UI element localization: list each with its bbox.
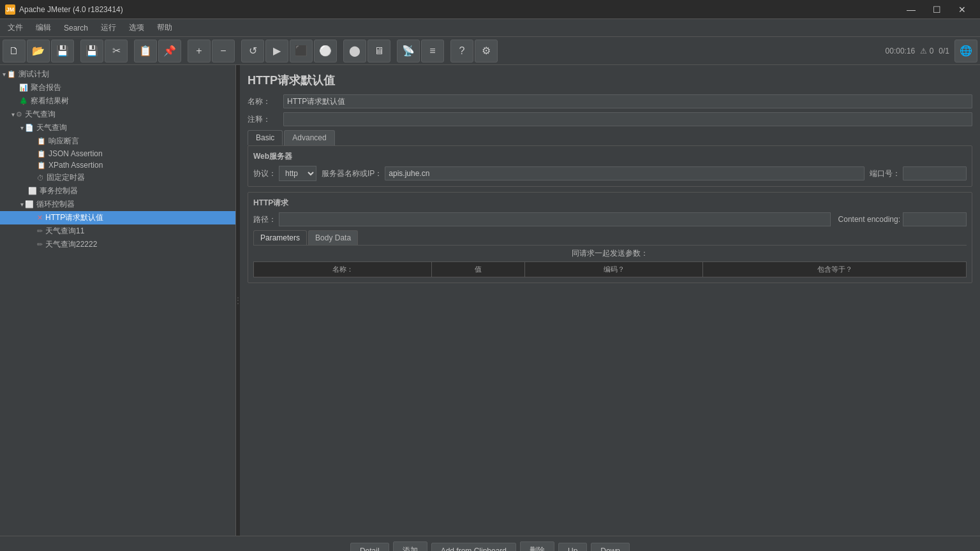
name-input[interactable]	[283, 94, 972, 108]
protocol-label: 协议：	[253, 168, 276, 179]
main-layout: ▾📋测试计划📊聚合报告🌲察看结果树▾⚙天气查询▾📄天气查询📋响应断言📋JSON …	[0, 65, 980, 536]
menu-bar: 文件编辑Search运行选项帮助	[0, 19, 980, 37]
tree-item-label: HTTP请求默认值	[45, 212, 103, 223]
title-bar: JM Apache JMeter (4.0 r1823414) — ☐ ✕	[0, 0, 980, 19]
param-tab-parameters[interactable]: Parameters	[253, 230, 307, 245]
server-label: 服务器名称或IP：	[322, 168, 382, 179]
toggle-icon[interactable]: ▾	[20, 124, 24, 131]
param-table: 名称：值编码？包含等于？	[253, 261, 967, 277]
tree-node-icon: ⬜	[25, 200, 34, 209]
tree-item-result-tree[interactable]: 🌲察看结果树	[0, 94, 235, 108]
table-col-header: 编码？	[524, 262, 702, 277]
encoding-label: Content encoding:	[838, 215, 900, 224]
name-label: 名称：	[248, 96, 279, 107]
server-input[interactable]	[385, 166, 865, 180]
path-input[interactable]	[279, 212, 831, 226]
comment-row: 注释：	[248, 112, 972, 126]
menu-item-帮助[interactable]: 帮助	[152, 20, 177, 36]
tree-node-icon: ⬜	[28, 187, 37, 195]
settings-btn[interactable]: ⚙	[475, 40, 498, 62]
toolbar-warnings: ⚠ 0	[920, 47, 933, 55]
add-clipboard-btn[interactable]: Add from Clipboard	[431, 543, 516, 552]
menu-item-文件[interactable]: 文件	[3, 20, 28, 36]
tree-node-icon: 🌲	[19, 97, 28, 105]
tab-advanced[interactable]: Advanced	[284, 130, 334, 145]
up-btn[interactable]: Up	[558, 543, 587, 552]
save-btn[interactable]: 💾	[51, 40, 74, 62]
path-label: 路径：	[253, 214, 276, 225]
list-btn[interactable]: ≡	[421, 40, 444, 62]
add-btn[interactable]: +	[188, 40, 211, 62]
param-tab-body-data[interactable]: Body Data	[308, 230, 358, 245]
menu-item-编辑[interactable]: 编辑	[31, 20, 56, 36]
globe-btn[interactable]: 🌐	[954, 40, 977, 62]
comment-input[interactable]	[283, 112, 972, 126]
cut-btn[interactable]: ✂	[105, 40, 128, 62]
toggle-icon[interactable]: ▾	[11, 111, 15, 118]
clear-btn[interactable]: ↺	[241, 40, 264, 62]
tab-basic[interactable]: Basic	[248, 130, 283, 145]
detail-btn[interactable]: Detail	[350, 543, 389, 552]
tree-item-weather-query2[interactable]: ▾📄天气查询	[0, 121, 235, 135]
tree-item-label: 响应断言	[48, 136, 79, 147]
param-tabs: ParametersBody Data	[253, 230, 967, 246]
tree-item-http-default[interactable]: ✕HTTP请求默认值	[0, 211, 235, 224]
menu-item-选项[interactable]: 选项	[124, 20, 149, 36]
tree-item-transaction-controller[interactable]: ⬜事务控制器	[0, 184, 235, 198]
tree-item-weather-query[interactable]: ▾⚙天气查询	[0, 108, 235, 121]
tree-item-xpath-assertion[interactable]: 📋XPath Assertion	[0, 159, 235, 171]
app-icon: JM	[5, 4, 15, 15]
run-btn[interactable]: ▶	[265, 40, 288, 62]
encoding-input[interactable]	[903, 212, 967, 226]
tree-item-response-assertion[interactable]: 📋响应断言	[0, 135, 235, 148]
down-btn[interactable]: Down	[591, 543, 630, 552]
minimize-btn[interactable]: —	[898, 0, 924, 19]
help-btn[interactable]: ?	[450, 40, 473, 62]
save-as-btn[interactable]: 💾	[80, 40, 103, 62]
toolbar-right: 00:00:16⚠ 00/1🌐	[886, 40, 977, 62]
close-btn[interactable]: ✕	[949, 0, 975, 19]
tree-node-icon: ✕	[37, 214, 43, 222]
tree-item-label: 聚合报告	[31, 82, 61, 93]
table-col-header: 名称：	[254, 262, 432, 277]
delete-btn[interactable]: 删除	[520, 541, 554, 551]
tree-node-icon: ✏	[37, 227, 43, 235]
copy-btn[interactable]: 📋	[134, 40, 157, 62]
tree-item-json-assertion[interactable]: 📋JSON Assertion	[0, 148, 235, 159]
stop3-btn[interactable]: ⬤	[343, 40, 366, 62]
window-controls: — ☐ ✕	[898, 0, 975, 19]
http-request-title: HTTP请求	[253, 198, 967, 209]
tree-node-icon: 📋	[37, 137, 46, 145]
tree-node-icon: 📄	[25, 124, 34, 132]
tree-item-weather-query22222[interactable]: ✏天气查询22222	[0, 238, 235, 251]
app-title: Apache JMeter (4.0 r1823414)	[19, 5, 123, 14]
maximize-btn[interactable]: ☐	[924, 0, 949, 19]
remove-btn[interactable]: −	[212, 40, 235, 62]
remote2-btn[interactable]: 📡	[397, 40, 420, 62]
web-server-row: 协议： httphttps 服务器名称或IP： 端口号：	[253, 166, 967, 181]
tree-item-fixed-timer[interactable]: ⏱固定定时器	[0, 171, 235, 184]
new-btn[interactable]: 🗋	[3, 40, 26, 62]
tree-item-test-plan[interactable]: ▾📋测试计划	[0, 68, 235, 81]
tree-item-label: 察看结果树	[31, 96, 69, 107]
open-btn[interactable]: 📂	[27, 40, 50, 62]
menu-item-Search[interactable]: Search	[59, 21, 93, 35]
remote-btn[interactable]: 🖥	[368, 40, 390, 62]
protocol-select[interactable]: httphttps	[279, 166, 316, 181]
toggle-icon[interactable]: ▾	[20, 201, 24, 208]
tree-item-aggregate-report[interactable]: 📊聚合报告	[0, 81, 235, 94]
stop2-btn[interactable]: ⚪	[314, 40, 337, 62]
tree-item-weather-query11[interactable]: ✏天气查询11	[0, 224, 235, 238]
port-input[interactable]	[903, 166, 967, 180]
port-label: 端口号：	[870, 168, 900, 179]
stop-btn[interactable]: ⬛	[290, 40, 313, 62]
tree-item-loop-controller[interactable]: ▾⬜循环控制器	[0, 198, 235, 211]
web-server-section: Web服务器 协议： httphttps 服务器名称或IP： 端口号：	[248, 145, 972, 187]
server-field: 服务器名称或IP：	[322, 166, 865, 180]
tree-item-label: 天气查询	[25, 109, 56, 120]
menu-item-运行[interactable]: 运行	[96, 20, 121, 36]
add-param-btn[interactable]: 添加	[393, 541, 427, 551]
toggle-icon[interactable]: ▾	[3, 71, 6, 78]
toolbar-timer: 00:00:16	[886, 47, 916, 55]
paste-btn[interactable]: 📌	[158, 40, 181, 62]
